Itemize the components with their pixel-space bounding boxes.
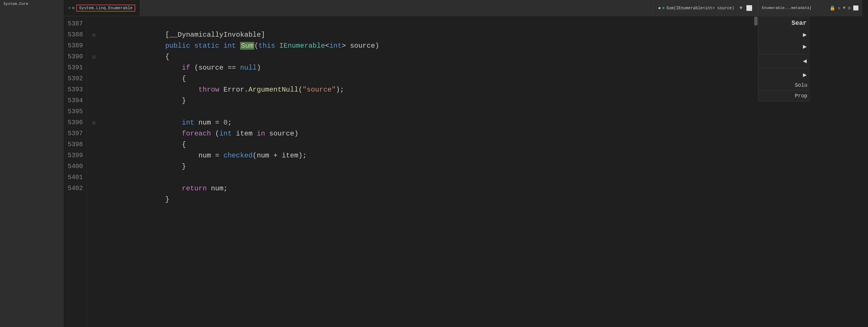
brace-close-if: }	[149, 97, 186, 105]
code-content[interactable]: [__DynamicallyInvokable] public static i…	[101, 16, 753, 327]
sidebar-arrow-btn-2[interactable]: ▶	[801, 42, 809, 52]
code-line-5392: throw Error.ArgumentNull("source");	[107, 73, 753, 84]
title-bar-right: Enumerable...metadata] 🔒 ✕ ▼ ⚙ ⬜	[758, 0, 862, 16]
num-zero: 0	[223, 119, 227, 127]
punct-source-close: source)	[265, 130, 298, 137]
ln-5399: 5399	[67, 150, 83, 161]
code-line-5400	[107, 161, 753, 172]
editor-area: ◄ ⊕ System.Linq.Enumerable ◄ ⊕ Sum(IEnum…	[64, 0, 758, 327]
punct-foreach-open: (	[211, 130, 219, 137]
kw-int-item: int	[219, 130, 232, 137]
tab-label-enumerable: System.Linq.Enumerable	[76, 5, 135, 11]
ln-5398: 5398	[67, 139, 83, 150]
punct-if-cond: (source ==	[190, 64, 240, 72]
kw-throw: throw	[149, 86, 219, 94]
sidebar-section-1: ◀	[758, 54, 810, 68]
ln-5392: 5392	[67, 73, 83, 84]
right-sidebar: Sear ▶ ▶ ◀ ▶ Solu Prop	[758, 16, 810, 101]
kw-if: if	[149, 64, 190, 72]
kw-int-num: int	[149, 119, 194, 127]
fn-argument-null: ArgumentNull	[248, 86, 299, 94]
tab-sum-method[interactable]: ◄ ⊕ Sum(IEnumerable<int> source) ▼ ⬜	[653, 0, 758, 16]
kw-this: this	[258, 42, 279, 50]
punct-return-num: num;	[207, 185, 228, 192]
ln-5402: 5402	[67, 183, 83, 194]
system-core-tab[interactable]: System.Core	[0, 0, 32, 8]
punct-item: item	[232, 130, 256, 137]
punct-open-arg: (	[299, 86, 303, 94]
punct-open-paren: (	[254, 42, 258, 50]
expand-icon[interactable]: ⬜	[853, 5, 859, 11]
kw-int-generic: int	[329, 42, 342, 50]
collapse-column: ⊟ ⊟ ⊟	[87, 16, 101, 327]
kw-foreach: foreach	[149, 130, 211, 137]
punct-close-arg: );	[336, 86, 344, 94]
editor-tab-bar: ◄ ⊕ System.Linq.Enumerable ◄ ⊕ Sum(IEnum…	[64, 0, 758, 16]
search-label: Sear	[789, 19, 809, 28]
kw-public: public static int	[149, 42, 240, 50]
collapse-btn-5396[interactable]: ⊟	[87, 117, 101, 128]
sidebar-arrow-btn-1[interactable]: ▶	[801, 30, 809, 40]
fn-sum-highlight: Sum	[240, 42, 254, 50]
punct-lt: <	[325, 42, 329, 50]
punct-checked-args: (num + item);	[252, 152, 307, 159]
tab-controls: ▼ ⬜	[738, 5, 753, 11]
ln-5387: 5387	[67, 19, 83, 29]
empty-line-5394	[149, 108, 153, 116]
ln-5391: 5391	[67, 62, 83, 73]
tab-ctrl-arrow[interactable]: ▼	[738, 5, 744, 11]
ln-5389: 5389	[67, 40, 83, 52]
title-icons: 🔒 ✕ ▼ ⚙ ⬜	[830, 5, 859, 11]
ln-5393: 5393	[67, 84, 83, 95]
title-text: Enumerable...metadata]	[762, 6, 830, 10]
str-source: "source"	[303, 86, 336, 94]
code-area: 5387 5388 5389 5390 5391 5392 5393 5394 …	[64, 16, 758, 327]
ln-5395: 5395	[67, 106, 83, 117]
sidebar-arrow-solutions[interactable]: ▶	[801, 70, 809, 80]
sidebar-search-section: Sear ▶ ▶	[758, 16, 810, 54]
brace-open-if: {	[149, 75, 186, 83]
vertical-scrollbar[interactable]	[753, 16, 758, 327]
ln-5400: 5400	[67, 161, 83, 172]
code-line-5394	[107, 95, 753, 106]
code-line-5401: return num;	[107, 172, 753, 183]
kw-null: null	[240, 64, 257, 72]
ln-5394: 5394	[67, 95, 83, 106]
punct-gt-source: > source)	[342, 42, 379, 50]
close-icon[interactable]: ✕	[838, 5, 841, 11]
code-line-5395: int num = 0;	[107, 106, 753, 117]
properties-label: Prop	[793, 92, 809, 99]
tab-icon-sum: ⊕	[662, 5, 664, 10]
ln-5396: 5396	[67, 117, 83, 128]
ln-5390: 5390	[67, 52, 83, 62]
brace-open-foreach: {	[149, 141, 186, 149]
sidebar-collapse-btn-1[interactable]: ◀	[801, 56, 809, 66]
punct-semicolon-num: ;	[228, 119, 232, 127]
code-line-5398: num = checked(num + item);	[107, 139, 753, 150]
code-text: [__DynamicallyInvokable]	[149, 31, 265, 39]
punct-close-if: )	[257, 64, 261, 72]
collapse-btn-5390[interactable]: ⊟	[87, 52, 101, 62]
ln-5401: 5401	[67, 172, 83, 183]
kw-in: in	[257, 130, 265, 137]
punct-num-assign: num =	[194, 119, 223, 127]
empty-line-5400	[149, 174, 153, 182]
tab-label-sum: Sum(IEnumerable<int> source)	[666, 6, 734, 10]
sidebar-section-solutions: ▶ Solu	[758, 68, 810, 91]
line-numbers: 5387 5388 5389 5390 5391 5392 5393 5394 …	[64, 16, 87, 327]
tab-ctrl-plus[interactable]: ⬜	[745, 5, 753, 11]
kw-return: return	[149, 185, 207, 192]
punct-space: Error.	[219, 86, 248, 94]
lock-icon: 🔒	[830, 5, 835, 11]
tab-enumerable[interactable]: ◄ ⊕ System.Linq.Enumerable	[64, 0, 140, 16]
collapse-btn-5388[interactable]: ⊟	[87, 29, 101, 40]
dropdown-icon[interactable]: ▼	[843, 5, 846, 11]
scrollbar-thumb[interactable]	[754, 17, 757, 25]
code-line-5387: [__DynamicallyInvokable]	[107, 19, 753, 29]
type-ienumerable: IEnumerable	[279, 42, 325, 50]
code-line-5390: if (source == null)	[107, 52, 753, 62]
ln-5397: 5397	[67, 128, 83, 139]
settings-icon[interactable]: ⚙	[848, 5, 851, 11]
tab-arrow-left: ◄	[68, 6, 70, 10]
brace-close-foreach: }	[149, 163, 186, 170]
